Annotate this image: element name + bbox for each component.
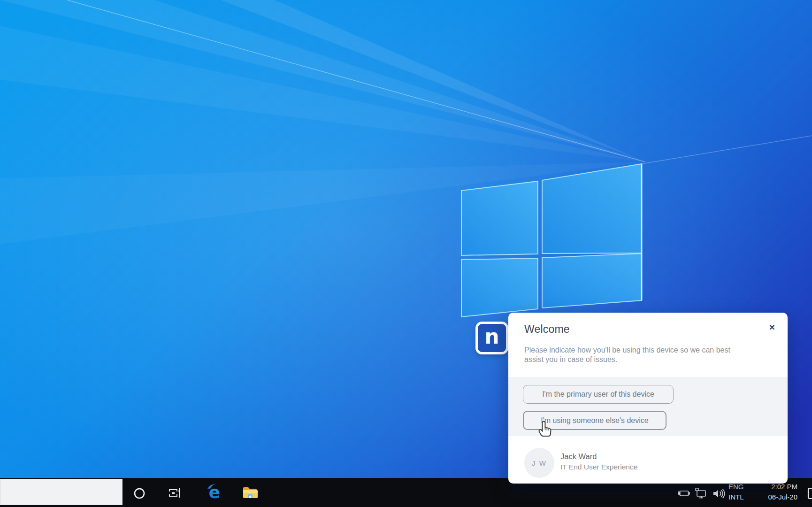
avatar: J W — [524, 448, 554, 478]
volume-icon[interactable] — [712, 488, 726, 499]
task-view-icon[interactable] — [168, 487, 181, 499]
welcome-dialog: Welcome × Please indicate how you'll be … — [508, 313, 788, 484]
tray-clock-area[interactable]: ENG 2:02 PM INTL 06-Jul-20 — [728, 482, 797, 502]
avatar-initials: J W — [532, 459, 547, 467]
user-name: Jack Ward — [560, 452, 597, 461]
language-indicator-line2[interactable]: INTL — [728, 492, 753, 502]
cortana-icon[interactable] — [133, 487, 146, 500]
clock-date[interactable]: 06-Jul-20 — [753, 492, 797, 502]
nexthink-logo-badge: n — [475, 322, 508, 354]
primary-user-button[interactable]: I'm the primary user of this device — [523, 385, 674, 404]
taskbar-search-box[interactable] — [0, 479, 123, 505]
close-icon[interactable]: × — [766, 321, 778, 333]
nexthink-letter: n — [484, 326, 499, 347]
dialog-body-text: Please indicate how you'll be using this… — [524, 346, 751, 364]
edge-icon[interactable]: e — [206, 483, 223, 502]
network-ethernet-icon[interactable] — [695, 488, 707, 499]
user-role: IT End User Experience — [560, 463, 637, 471]
cursor-pointer-icon — [537, 419, 553, 438]
battery-plugged-icon[interactable] — [678, 489, 690, 498]
file-explorer-icon[interactable] — [242, 486, 258, 499]
tray-overflow-partial-icon[interactable] — [807, 487, 812, 499]
dialog-title: Welcome — [524, 323, 570, 336]
